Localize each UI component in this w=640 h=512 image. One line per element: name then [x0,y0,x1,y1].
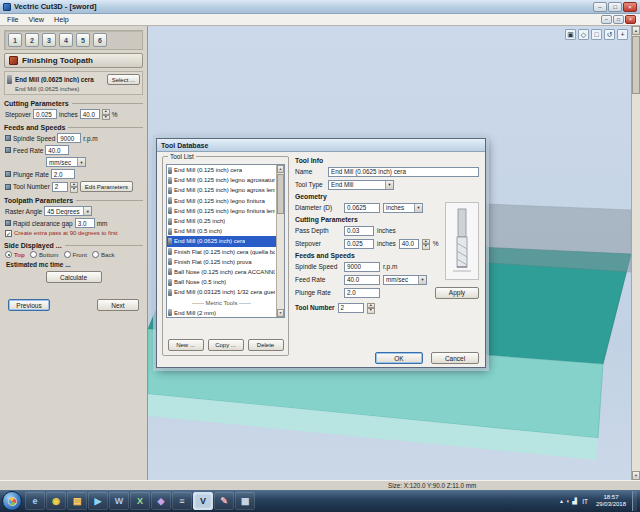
back-radio-button[interactable] [92,251,99,258]
scroll-down-icon[interactable]: ▼ [277,309,284,317]
stepover-spinner[interactable]: ▲▼ [102,109,110,119]
dialog-feed-input[interactable]: 40.0 [344,275,380,285]
wizard-step-1-icon[interactable]: 1 [8,33,22,47]
maximize-button[interactable]: □ [608,2,622,12]
extra-pass-checkbox[interactable]: ✓ [5,230,12,237]
chevron-down-icon[interactable]: ▼ [418,276,426,284]
scroll-thumb[interactable] [277,174,284,214]
tool-number-spinner[interactable]: ▲▼ [70,182,78,192]
new-tool-button[interactable]: New ... [168,339,204,351]
tool-name-input[interactable]: End Mill (0.0625 inch) cera [328,167,479,177]
menu-file[interactable]: File [2,15,24,24]
taskbar-clock[interactable]: 18:57 29/03/2018 [593,494,629,508]
word-icon[interactable]: W [109,492,129,510]
media-player-icon[interactable]: ▶ [88,492,108,510]
browser-icon[interactable]: ◉ [46,492,66,510]
delete-tool-button[interactable]: Delete [248,339,284,351]
ok-button[interactable]: OK [375,352,423,364]
tool-list-item[interactable]: End Mill (0.125 inch) legno finitura [167,196,276,206]
chevron-down-icon[interactable]: ▼ [414,204,422,212]
close-button[interactable]: × [623,2,637,12]
chevron-down-icon[interactable]: ▼ [83,207,91,215]
tool-list-item[interactable]: ------ Metric Tools ------ [167,297,276,307]
diameter-units-dropdown[interactable]: inches ▼ [383,203,423,213]
tool-list-item[interactable]: End Mill (0.03125 inch) 1/32 cera guerci [167,287,276,297]
apply-button[interactable]: Apply [435,287,479,299]
dialog-titlebar[interactable]: Tool Database [157,139,485,152]
language-indicator[interactable]: IT [580,497,590,506]
calculator-icon[interactable]: ▦ [235,492,255,510]
scroll-down-icon[interactable]: ▼ [632,471,640,480]
scroll-up-icon[interactable]: ▲ [632,26,640,35]
dialog-stepover-spinner[interactable]: ▲▼ [422,239,430,249]
viewport-3d[interactable]: ▣◇□↺+ ▲ ▼ Tool Database Tool List End Mi… [148,26,640,480]
side-option-top[interactable]: Top [5,251,25,258]
calculate-button[interactable]: Calculate [46,271,102,283]
spin-down-icon[interactable]: ▼ [422,244,430,250]
tool-list-item[interactable]: End Mill (0.0625 inch) cera [167,236,276,246]
rapid-clearance-input[interactable]: 3.0 [75,218,95,228]
tool-list-item[interactable]: End Mill (0.25 inch) [167,216,276,226]
tool-list-item[interactable]: Ball Nose (0.125 inch) cera ACCANNON [167,267,276,277]
view-fit-icon[interactable]: ▣ [565,29,576,40]
child-restore-button[interactable]: □ [613,15,624,24]
tool-list-item[interactable]: Ball Nose (0.5 inch) [167,277,276,287]
view-zoom-icon[interactable]: + [617,29,628,40]
wizard-step-5-icon[interactable]: 5 [76,33,90,47]
tool-list-item[interactable]: End Mill (0.125 inch) legno agross lento [167,185,276,195]
tool-list-item[interactable]: End Mill (2 mm) [167,308,276,318]
titlebar[interactable]: Vectric Cut3D - [sword] – □ × [0,0,640,14]
tool-list-item[interactable]: End Mill (0.5 inch) [167,226,276,236]
view-scrollbar[interactable]: ▲ ▼ [631,26,640,480]
front-radio-button[interactable] [64,251,71,258]
feed-units-dropdown[interactable]: mm/sec ▼ [46,157,86,167]
photo-viewer-icon[interactable]: ◆ [151,492,171,510]
dialog-stepover-input[interactable]: 0.025 [344,239,374,249]
tool-list-item[interactable]: Finish Flat (0.125 inch) cera (quella bo… [167,247,276,257]
dialog-tool-number-spinner[interactable]: ▲▼ [367,303,375,313]
view-rotate-icon[interactable]: ↺ [604,29,615,40]
network-icon[interactable]: ▟ [573,498,578,504]
spin-down-icon[interactable]: ▼ [367,308,375,314]
side-option-back[interactable]: Back [92,251,115,258]
next-button[interactable]: Next [97,299,139,311]
volume-icon[interactable]: ◖ [566,498,570,504]
chevron-down-icon[interactable]: ▼ [77,158,85,166]
select-tool-button[interactable]: Select ... [107,74,140,85]
side-option-front[interactable]: Front [64,251,87,258]
dialog-stepover-percent-input[interactable]: 40.0 [399,239,419,249]
explorer-folder-icon[interactable]: ▤ [67,492,87,510]
tool-list-item[interactable]: End Mill (0.125 inch) cera [167,165,276,175]
stepover-input[interactable]: 0.025 [33,109,57,119]
minimize-button[interactable]: – [593,2,607,12]
paint-icon[interactable]: ✎ [214,492,234,510]
side-option-bottom[interactable]: Bottom [30,251,59,258]
tool-list-item[interactable]: Finish Flat (0.125 inch) prova [167,257,276,267]
tool-list-scrollbar[interactable]: ▲ ▼ [276,165,284,317]
hidden-icons-chevron-icon[interactable]: ▴ [560,498,563,504]
wizard-step-4-icon[interactable]: 4 [59,33,73,47]
dialog-tool-number-input[interactable]: 2 [338,303,364,313]
plunge-rate-input[interactable]: 2.0 [51,169,75,179]
wizard-step-2-icon[interactable]: 2 [25,33,39,47]
wizard-step-6-icon[interactable]: 6 [93,33,107,47]
scroll-up-icon[interactable]: ▲ [277,165,284,173]
stepover-percent-input[interactable]: 40.0 [80,109,100,119]
child-minimize-button[interactable]: – [601,15,612,24]
tool-type-dropdown[interactable]: End Mill ▼ [328,180,394,190]
chevron-down-icon[interactable]: ▼ [385,181,393,189]
menu-view[interactable]: View [24,15,49,24]
child-close-button[interactable]: × [625,15,636,24]
tool-list-item[interactable]: End Mill (0.125 inch) legno agrossatura [167,175,276,185]
diameter-input[interactable]: 0.0625 [344,203,380,213]
show-desktop-button[interactable] [632,491,637,511]
spindle-speed-input[interactable]: 9000 [57,133,81,143]
scroll-thumb[interactable] [632,36,640,94]
edit-parameters-button[interactable]: Edit Parameters [80,181,133,192]
spin-down-icon[interactable]: ▼ [102,115,110,121]
dialog-feed-units-dropdown[interactable]: mm/sec ▼ [383,275,427,285]
tool-number-input[interactable]: 2 [52,182,68,192]
wizard-step-3-icon[interactable]: 3 [42,33,56,47]
pass-depth-input[interactable]: 0.03 [344,226,374,236]
menu-help[interactable]: Help [49,15,74,24]
